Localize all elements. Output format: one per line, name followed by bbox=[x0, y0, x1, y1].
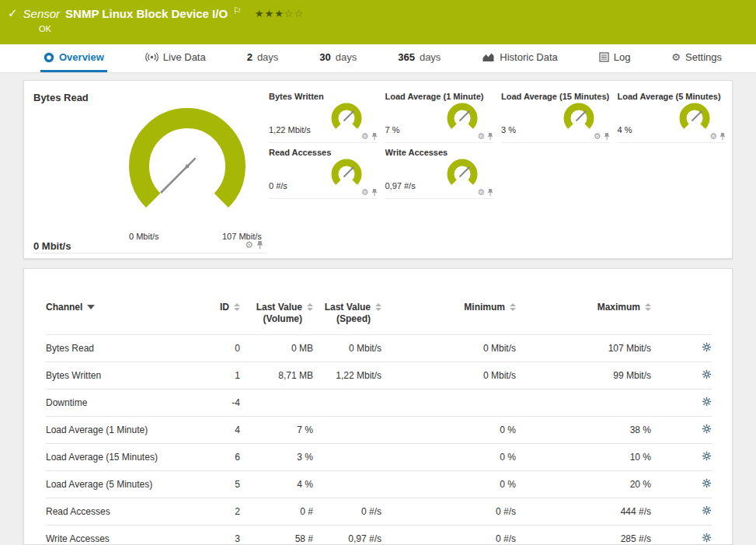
column-header-maximum[interactable]: Maximum bbox=[516, 269, 651, 335]
gauge-settings-gear-icon[interactable]: ⚙ bbox=[361, 188, 369, 197]
cell-last-speed bbox=[313, 444, 381, 471]
cell-last-speed: 0 Mbit/s bbox=[313, 335, 381, 362]
cell-last-volume: 0 MB bbox=[240, 335, 313, 362]
mini-gauge-load-15min[interactable]: Load Average (15 Minutes) 3 % ⚙ bbox=[501, 90, 610, 143]
cell-id: 0 bbox=[201, 335, 240, 362]
pin-icon[interactable] bbox=[604, 132, 610, 141]
cell-last-volume: 58 # bbox=[240, 526, 313, 545]
cell-minimum: 0 % bbox=[381, 417, 516, 444]
cell-channel: Downtime bbox=[46, 390, 201, 417]
tab-number: 365 bbox=[398, 51, 415, 63]
doughnut-icon bbox=[44, 52, 54, 63]
mini-gauge-dial bbox=[328, 157, 365, 191]
priority-stars[interactable]: ★★★☆☆ bbox=[255, 8, 304, 19]
broadcast-icon bbox=[145, 52, 159, 62]
mini-gauge-dial bbox=[444, 157, 481, 191]
tab-30-days[interactable]: 30 days bbox=[316, 44, 360, 72]
mini-gauge-read-accesses[interactable]: Read Accesses 0 #/s ⚙ bbox=[269, 146, 378, 199]
cell-id: 5 bbox=[201, 471, 240, 498]
tab-label: Log bbox=[614, 51, 631, 63]
channel-settings-gear-icon[interactable] bbox=[702, 533, 712, 545]
cell-last-volume: 4 % bbox=[240, 471, 313, 498]
cell-id: 2 bbox=[201, 498, 240, 526]
pin-icon[interactable] bbox=[256, 240, 263, 250]
channel-settings-gear-icon[interactable] bbox=[702, 478, 712, 491]
column-label: Channel bbox=[46, 302, 82, 313]
mini-gauge-write-accesses[interactable]: Write Accesses 0,97 #/s ⚙ bbox=[385, 146, 494, 199]
tab-label: Historic Data bbox=[500, 51, 557, 63]
channel-settings-gear-icon[interactable] bbox=[702, 369, 712, 382]
cell-minimum: 0 #/s bbox=[381, 498, 516, 526]
status-badge: OK bbox=[39, 24, 51, 33]
sort-icon bbox=[307, 303, 313, 311]
cell-last-volume: 3 % bbox=[240, 444, 313, 471]
table-row: Bytes Read 0 0 MB 0 Mbit/s 0 Mbit/s 107 … bbox=[46, 335, 712, 362]
cell-maximum: 99 Mbit/s bbox=[516, 362, 651, 390]
mini-gauge-dial bbox=[328, 101, 365, 135]
tab-settings[interactable]: ⚙ Settings bbox=[668, 44, 725, 72]
gauge-settings-gear-icon[interactable]: ⚙ bbox=[477, 132, 485, 141]
mini-gauge-dial bbox=[560, 101, 597, 135]
mini-gauge-value: 4 % bbox=[618, 125, 632, 135]
mini-gauge-bytes-written[interactable]: Bytes Written 1,22 Mbit/s ⚙ bbox=[269, 90, 378, 143]
flag-icon[interactable]: ⚐ bbox=[233, 5, 242, 16]
pin-icon[interactable] bbox=[371, 132, 378, 141]
tab-2-days[interactable]: 2 days bbox=[244, 44, 282, 72]
primary-gauge[interactable]: Bytes Read 0 Mbit/s 107 Mbit/s 0 Mbit/s … bbox=[33, 87, 267, 253]
mini-gauge-load-1min[interactable]: Load Average (1 Minute) 7 % ⚙ bbox=[385, 90, 494, 143]
tab-live-data[interactable]: Live Data bbox=[142, 44, 209, 72]
pin-icon[interactable] bbox=[371, 188, 378, 197]
table-row: Load Average (15 Minutes) 6 3 % 0 % 10 % bbox=[46, 444, 712, 471]
column-label: Minimum bbox=[464, 302, 505, 313]
pin-icon[interactable] bbox=[719, 132, 726, 141]
gear-icon: ⚙ bbox=[671, 51, 681, 63]
cell-last-volume bbox=[240, 390, 313, 417]
cell-channel: Write Accesses bbox=[46, 526, 201, 545]
pin-icon[interactable] bbox=[487, 132, 493, 141]
cell-minimum: 0 % bbox=[381, 444, 516, 471]
mini-gauge-value: 0,97 #/s bbox=[385, 181, 416, 190]
channel-settings-gear-icon[interactable] bbox=[702, 342, 712, 355]
channel-settings-gear-icon[interactable] bbox=[702, 451, 712, 463]
mini-gauge-title: Write Accesses bbox=[385, 146, 494, 157]
column-header-last-value-volume[interactable]: Last Value (Volume) bbox=[240, 269, 313, 335]
channel-settings-gear-icon[interactable] bbox=[702, 397, 712, 409]
cell-last-volume: 0 # bbox=[240, 498, 313, 526]
tab-label: Live Data bbox=[163, 51, 206, 63]
empty-cell bbox=[501, 146, 610, 199]
cell-last-volume: 7 % bbox=[240, 417, 313, 444]
gauge-settings-gear-icon[interactable]: ⚙ bbox=[245, 240, 253, 250]
tab-log[interactable]: Log bbox=[596, 44, 634, 72]
cell-channel: Load Average (15 Minutes) bbox=[46, 444, 201, 471]
channel-settings-gear-icon[interactable] bbox=[702, 505, 712, 518]
mini-gauge-title: Load Average (15 Minutes) bbox=[501, 90, 610, 101]
mini-gauge-dial bbox=[676, 101, 713, 135]
tab-overview[interactable]: Overview bbox=[40, 44, 107, 72]
cell-channel: Load Average (5 Minutes) bbox=[46, 471, 201, 498]
table-row: Write Accesses 3 58 # 0,97 #/s 0 #/s 285… bbox=[46, 526, 712, 545]
column-header-minimum[interactable]: Minimum bbox=[381, 269, 516, 335]
gauge-settings-gear-icon[interactable]: ⚙ bbox=[594, 132, 601, 141]
status-ok-check-icon: ✓ bbox=[8, 6, 18, 20]
channel-settings-gear-icon[interactable] bbox=[702, 424, 712, 436]
log-list-icon bbox=[599, 52, 609, 62]
cell-last-speed bbox=[313, 471, 381, 498]
column-header-id[interactable]: ID bbox=[201, 269, 240, 335]
gauge-settings-gear-icon[interactable]: ⚙ bbox=[477, 188, 485, 197]
column-header-last-value-speed[interactable]: Last Value (Speed) bbox=[313, 269, 381, 335]
cell-minimum: 0 % bbox=[381, 471, 516, 498]
gauge-settings-gear-icon[interactable]: ⚙ bbox=[709, 132, 717, 141]
gauge-settings-gear-icon[interactable]: ⚙ bbox=[361, 132, 369, 141]
stars-filled: ★★★ bbox=[255, 8, 284, 19]
sort-icon bbox=[645, 303, 651, 311]
tab-historic-data[interactable]: Historic Data bbox=[479, 44, 560, 72]
column-header-channel[interactable]: Channel bbox=[46, 269, 201, 335]
pin-icon[interactable] bbox=[487, 188, 493, 197]
tab-365-days[interactable]: 365 days bbox=[395, 44, 444, 72]
mini-gauge-title: Bytes Written bbox=[269, 90, 378, 101]
cell-maximum: 38 % bbox=[516, 417, 651, 444]
table-row: Load Average (1 Minute) 4 7 % 0 % 38 % bbox=[46, 417, 712, 444]
area-chart-icon bbox=[482, 52, 495, 62]
mini-gauge-load-5min[interactable]: Load Average (5 Minutes) 4 % ⚙ bbox=[618, 90, 726, 143]
cell-id: -4 bbox=[201, 390, 240, 417]
